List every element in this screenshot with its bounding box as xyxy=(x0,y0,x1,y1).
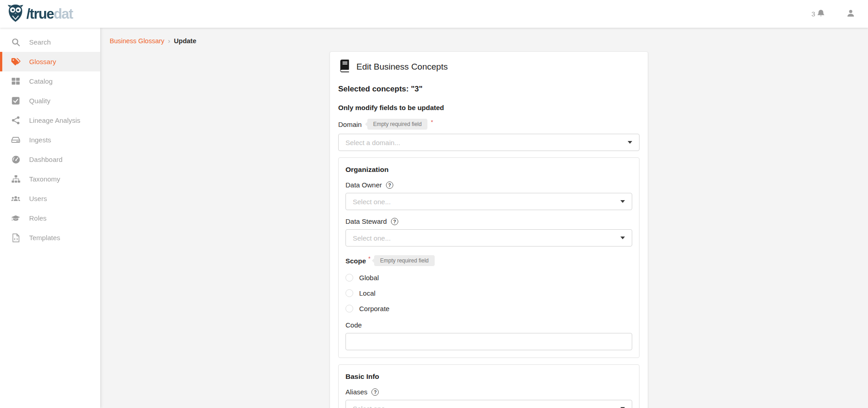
sitemap-icon xyxy=(11,174,20,184)
domain-select-placeholder: Select a domain... xyxy=(345,139,400,146)
main-content: Business Glossary › Update Edit Business… xyxy=(100,28,868,408)
data-owner-label-row: Data Owner ? xyxy=(345,181,632,189)
radio-label: Corporate xyxy=(359,305,390,312)
aliases-select[interactable]: Select one... xyxy=(345,400,632,408)
bell-icon xyxy=(817,9,825,19)
domain-label: Domain xyxy=(338,121,362,128)
basic-info-title: Basic Info xyxy=(345,373,632,381)
breadcrumb-separator-icon: › xyxy=(168,37,170,45)
data-steward-label-row: Data Steward ? xyxy=(345,217,632,225)
scope-label: Scope xyxy=(345,257,366,265)
sidebar-item-taxonomy[interactable]: Taxonomy xyxy=(0,169,100,189)
top-header: /truedat 3 xyxy=(0,0,868,28)
aliases-select-placeholder: Select one... xyxy=(353,405,391,408)
radio-button-icon[interactable] xyxy=(345,289,353,297)
card-header: Edit Business Concepts xyxy=(338,59,640,75)
chevron-down-icon xyxy=(628,141,632,144)
chevron-down-icon xyxy=(620,200,625,203)
code-label-row: Code xyxy=(345,321,632,329)
sidebar-item-label: Glossary xyxy=(29,58,56,65)
sidebar-item-label: Lineage Analysis xyxy=(29,116,81,124)
radio-button-icon[interactable] xyxy=(345,305,353,312)
required-asterisk: * xyxy=(431,119,433,126)
edit-concepts-card: Edit Business Concepts Selected concepts… xyxy=(330,51,648,408)
sidebar-item-catalog[interactable]: Catalog xyxy=(0,71,100,91)
logo-text: /truedat xyxy=(26,7,73,21)
sidebar-item-templates[interactable]: Templates xyxy=(0,228,100,247)
code-input[interactable] xyxy=(345,333,632,350)
notification-count: 3 xyxy=(812,10,815,18)
radio-button-icon[interactable] xyxy=(345,274,353,282)
sidebar-item-roles[interactable]: Roles xyxy=(0,208,100,228)
file-code-icon xyxy=(11,233,20,242)
help-icon[interactable]: ? xyxy=(386,181,393,189)
chevron-down-icon xyxy=(620,237,625,239)
breadcrumb-link-business-glossary[interactable]: Business Glossary xyxy=(110,37,164,45)
owl-logo-icon xyxy=(6,4,25,25)
data-owner-select-placeholder: Select one... xyxy=(353,198,391,206)
required-asterisk: * xyxy=(368,255,371,262)
sidebar-item-label: Roles xyxy=(29,214,46,222)
check-square-icon xyxy=(11,96,20,106)
share-nodes-icon xyxy=(11,116,20,125)
domain-label-row: Domain Empty required field * xyxy=(338,119,640,130)
drive-icon xyxy=(11,135,20,145)
sidebar-item-search[interactable]: Search xyxy=(0,32,100,52)
breadcrumb-current: Update xyxy=(174,37,196,45)
grid-icon xyxy=(11,76,20,86)
sidebar-item-label: Users xyxy=(29,195,47,202)
sidebar-item-label: Ingests xyxy=(29,136,51,144)
aliases-label-row: Aliases ? xyxy=(345,388,632,396)
data-steward-select[interactable]: Select one... xyxy=(345,229,632,247)
book-icon xyxy=(338,59,350,75)
aliases-label: Aliases xyxy=(345,388,367,396)
help-icon[interactable]: ? xyxy=(391,218,398,225)
organization-section: Organization Data Owner ? Select one... … xyxy=(338,157,640,358)
instruction-text: Only modify fields to be updated xyxy=(338,104,640,111)
sidebar-item-label: Taxonomy xyxy=(29,175,60,183)
search-icon xyxy=(11,37,20,47)
sidebar-item-glossary[interactable]: Glossary xyxy=(0,52,100,71)
user-menu-icon[interactable] xyxy=(846,9,855,20)
basic-info-section: Basic Info Aliases ? Select one... GDPR … xyxy=(338,364,640,408)
sidebar-item-quality[interactable]: Quality xyxy=(0,91,100,111)
data-owner-label: Data Owner xyxy=(345,181,382,189)
tags-icon xyxy=(11,57,20,66)
selected-concepts-text: Selected concepts: "3" xyxy=(338,85,640,94)
sidebar-item-users[interactable]: Users xyxy=(0,189,100,208)
empty-required-badge: Empty required field xyxy=(367,119,428,130)
scope-option-global[interactable]: Global xyxy=(345,274,632,282)
sidebar-item-lineage-analysis[interactable]: Lineage Analysis xyxy=(0,111,100,130)
data-steward-select-placeholder: Select one... xyxy=(353,234,391,242)
users-icon xyxy=(11,194,20,203)
page-title: Edit Business Concepts xyxy=(356,62,448,72)
scope-label-row: Scope * Empty required field xyxy=(345,255,632,266)
sidebar-item-label: Catalog xyxy=(29,77,53,85)
sidebar: Search Glossary Catalog Quality xyxy=(0,28,100,408)
notifications-button[interactable]: 3 xyxy=(812,9,825,19)
data-steward-label: Data Steward xyxy=(345,217,387,225)
radio-label: Global xyxy=(359,274,379,282)
domain-select[interactable]: Select a domain... xyxy=(338,134,640,151)
radio-label: Local xyxy=(359,289,376,297)
empty-required-badge: Empty required field xyxy=(374,255,435,266)
sidebar-item-label: Templates xyxy=(29,234,60,242)
truedat-logo[interactable]: /truedat xyxy=(6,4,73,25)
gauge-icon xyxy=(11,155,20,164)
data-owner-select[interactable]: Select one... xyxy=(345,193,632,210)
code-label: Code xyxy=(345,321,362,329)
sidebar-item-label: Quality xyxy=(29,97,51,105)
sidebar-item-label: Dashboard xyxy=(29,156,62,163)
graduation-cap-icon xyxy=(11,213,20,223)
scope-option-local[interactable]: Local xyxy=(345,289,632,297)
help-icon[interactable]: ? xyxy=(371,388,379,396)
scope-option-corporate[interactable]: Corporate xyxy=(345,305,632,312)
sidebar-item-label: Search xyxy=(29,38,51,46)
sidebar-item-ingests[interactable]: Ingests xyxy=(0,130,100,150)
organization-title: Organization xyxy=(345,166,632,174)
sidebar-item-dashboard[interactable]: Dashboard xyxy=(0,150,100,169)
breadcrumb: Business Glossary › Update xyxy=(110,37,868,45)
